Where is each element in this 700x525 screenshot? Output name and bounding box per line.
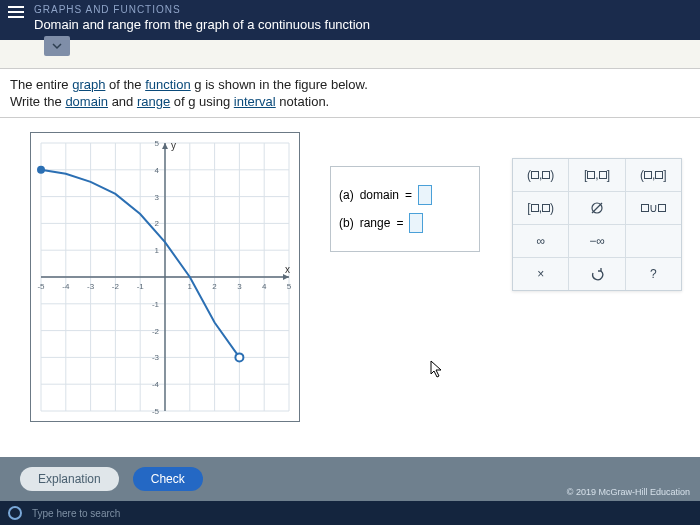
answer-row-domain: (a) domain = (339, 185, 471, 205)
question-selector[interactable] (44, 36, 70, 56)
answers-box: (a) domain = (b) range = (330, 166, 480, 252)
svg-text:x: x (285, 264, 290, 275)
svg-text:4: 4 (262, 282, 267, 291)
svg-text:-3: -3 (152, 353, 160, 362)
key-undo[interactable] (569, 258, 625, 290)
svg-text:2: 2 (212, 282, 217, 291)
section-label: GRAPHS AND FUNCTIONS (34, 4, 688, 15)
key-union[interactable]: ∪ (626, 192, 681, 224)
chart-canvas: -5-4-3-2-112345-5-4-3-2-112345yx (31, 133, 299, 421)
key-infinity[interactable]: ∞ (513, 225, 569, 257)
svg-text:-3: -3 (87, 282, 95, 291)
taskbar-search[interactable]: Type here to search (32, 508, 120, 519)
svg-text:-5: -5 (37, 282, 45, 291)
answer-row-range: (b) range = (339, 213, 471, 233)
explanation-button[interactable]: Explanation (20, 467, 119, 491)
svg-point-46 (37, 166, 45, 174)
graph: -5-4-3-2-112345-5-4-3-2-112345yx (30, 132, 300, 422)
svg-text:-5: -5 (152, 407, 160, 416)
key-closed-closed[interactable]: [,] (569, 159, 625, 191)
svg-text:5: 5 (287, 282, 292, 291)
instructions: The entire graph of the function g is sh… (0, 68, 700, 118)
os-taskbar[interactable]: Type here to search (0, 501, 700, 525)
key-empty-set[interactable] (569, 192, 625, 224)
key-clear[interactable]: × (513, 258, 569, 290)
link-function[interactable]: function (145, 77, 191, 92)
chevron-down-icon (52, 41, 62, 51)
menu-icon[interactable] (8, 6, 24, 18)
copyright: © 2019 McGraw-Hill Education (567, 487, 690, 497)
link-domain[interactable]: domain (65, 94, 108, 109)
svg-text:1: 1 (155, 246, 160, 255)
svg-text:3: 3 (237, 282, 242, 291)
link-range[interactable]: range (137, 94, 170, 109)
svg-text:-1: -1 (152, 300, 160, 309)
svg-text:-2: -2 (152, 327, 160, 336)
action-bar: Explanation Check © 2019 McGraw-Hill Edu… (0, 457, 700, 501)
answer-b-label: (b) (339, 216, 354, 230)
svg-text:4: 4 (155, 166, 160, 175)
svg-text:5: 5 (155, 139, 160, 148)
domain-input[interactable] (418, 185, 432, 205)
app-window: GRAPHS AND FUNCTIONS Domain and range fr… (0, 0, 700, 501)
svg-point-47 (235, 353, 243, 361)
key-neg-infinity[interactable]: −∞ (569, 225, 625, 257)
svg-text:-2: -2 (112, 282, 120, 291)
undo-icon (590, 267, 604, 281)
link-interval[interactable]: interval (234, 94, 276, 109)
interval-keypad: (,) [,] (,] [,) ∪ ∞ −∞ × ? (512, 158, 682, 291)
check-button[interactable]: Check (133, 467, 203, 491)
svg-text:3: 3 (155, 193, 160, 202)
svg-text:y: y (171, 140, 176, 151)
key-open-open[interactable]: (,) (513, 159, 569, 191)
answer-b-text: range (360, 216, 391, 230)
svg-text:1: 1 (188, 282, 193, 291)
svg-text:-1: -1 (137, 282, 145, 291)
svg-text:2: 2 (155, 219, 160, 228)
key-help[interactable]: ? (626, 258, 681, 290)
content-area: -5-4-3-2-112345-5-4-3-2-112345yx (a) dom… (0, 118, 700, 465)
answer-a-label: (a) (339, 188, 354, 202)
svg-text:-4: -4 (152, 380, 160, 389)
key-closed-open[interactable]: [,) (513, 192, 569, 224)
link-graph[interactable]: graph (72, 77, 105, 92)
page-title: Domain and range from the graph of a con… (34, 17, 688, 32)
title-bar: GRAPHS AND FUNCTIONS Domain and range fr… (0, 0, 700, 40)
empty-set-icon (590, 201, 604, 215)
cortana-icon[interactable] (8, 506, 22, 520)
svg-text:-4: -4 (62, 282, 70, 291)
range-input[interactable] (409, 213, 423, 233)
key-open-closed[interactable]: (,] (626, 159, 681, 191)
answer-a-text: domain (360, 188, 399, 202)
